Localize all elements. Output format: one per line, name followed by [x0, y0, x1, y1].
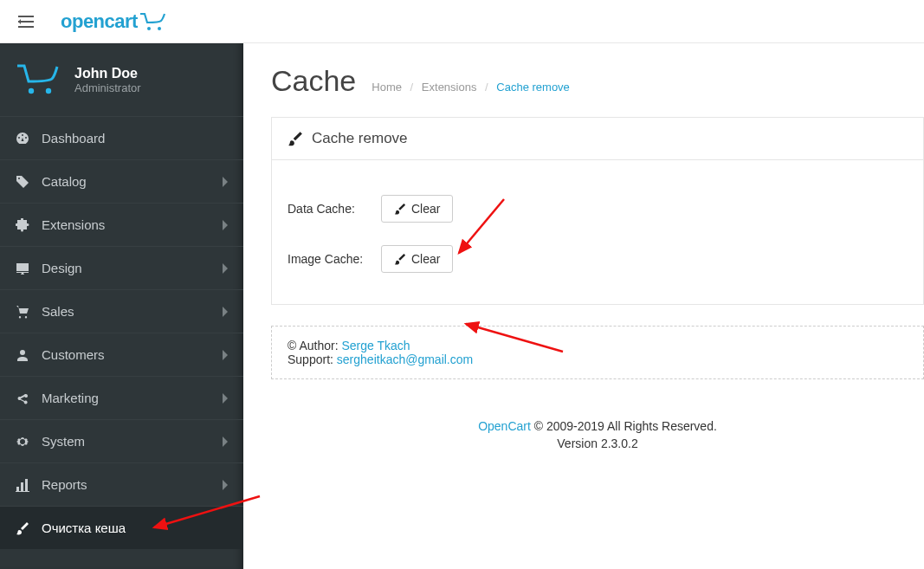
sidebar-item-design[interactable]: Design — [0, 246, 243, 289]
desktop-icon — [16, 262, 38, 275]
page-header: Cache Home / Extensions / Cache remove — [271, 43, 924, 112]
author-box: © Author: Serge Tkach Support: sergheitk… — [271, 326, 924, 379]
sidebar-item-marketing[interactable]: Marketing — [0, 376, 243, 419]
breadcrumb-sep: / — [485, 81, 488, 94]
user-box: John Doe Administrator — [0, 43, 243, 116]
brush-icon — [288, 131, 303, 146]
chevron-right-icon — [221, 220, 228, 230]
logo-text: opencart — [61, 10, 138, 33]
sidebar-item-label: Marketing — [42, 391, 221, 405]
sidebar-item-label: Reports — [42, 477, 221, 492]
footer-brand-link[interactable]: OpenCart — [478, 419, 531, 433]
button-label: Clear — [411, 202, 440, 216]
breadcrumb-current[interactable]: Cache remove — [496, 81, 570, 94]
footer-copyright: © 2009-2019 All Rights Reserved. — [531, 419, 717, 433]
clear-image-cache-button[interactable]: Clear — [381, 245, 453, 273]
top-bar: opencart — [0, 0, 924, 43]
sidebar-item-catalog[interactable]: Catalog — [0, 159, 243, 203]
dashboard-icon — [16, 132, 38, 145]
support-email-link[interactable]: sergheitkach@gmail.com — [337, 352, 473, 366]
author-prefix: © Author: — [288, 339, 341, 352]
sidebar-item-label: Customers — [42, 347, 221, 362]
page-title: Cache — [271, 64, 356, 98]
menu-collapse-icon — [18, 16, 34, 28]
sidebar-item-label: Extensions — [42, 217, 221, 232]
sidebar-item-extensions[interactable]: Extensions — [0, 203, 243, 246]
svg-point-2 — [29, 88, 34, 94]
sidebar-item-label: Catalog — [42, 174, 221, 189]
author-link[interactable]: Serge Tkach — [341, 339, 410, 352]
cart-icon — [16, 305, 38, 319]
chevron-right-icon — [221, 177, 228, 187]
panel-title: Cache remove — [312, 130, 408, 147]
footer-version: Version 2.3.0.2 — [271, 436, 924, 450]
chevron-right-icon — [221, 393, 228, 404]
user-icon — [16, 348, 38, 362]
row-data-cache: Data Cache: Clear — [288, 195, 908, 223]
panel-cache-remove: Cache remove Data Cache: Clear Image Cac… — [271, 117, 924, 305]
footer: OpenCart © 2009-2019 All Rights Reserved… — [271, 419, 924, 450]
user-name: John Doe — [74, 66, 141, 81]
sidebar: John Doe Administrator Dashboard Catalog… — [0, 43, 243, 569]
content: Cache Home / Extensions / Cache remove C… — [243, 43, 924, 569]
breadcrumb-link[interactable]: Home — [372, 81, 402, 94]
share-icon — [16, 391, 38, 405]
chevron-right-icon — [221, 480, 228, 490]
menu-toggle-button[interactable] — [9, 4, 43, 39]
brush-icon — [394, 203, 406, 215]
tag-icon — [16, 175, 38, 189]
sidebar-item-cache-clear[interactable]: Очистка кеша — [0, 506, 243, 549]
chevron-right-icon — [221, 350, 228, 360]
breadcrumb: Home / Extensions / Cache remove — [372, 81, 570, 94]
sidebar-item-system[interactable]: System — [0, 419, 243, 462]
svg-point-3 — [46, 88, 51, 94]
sidebar-item-label: Dashboard — [42, 131, 228, 145]
breadcrumb-sep: / — [410, 81, 414, 94]
chevron-right-icon — [221, 263, 228, 274]
sidebar-item-label: Sales — [42, 304, 221, 319]
sidebar-item-reports[interactable]: Reports — [0, 462, 243, 506]
breadcrumb-link[interactable]: Extensions — [422, 81, 477, 94]
sidebar-item-label: System — [42, 434, 221, 449]
button-label: Clear — [411, 252, 440, 266]
panel-header: Cache remove — [272, 118, 923, 160]
user-avatar-cart-icon — [16, 62, 64, 97]
bar-chart-icon — [16, 478, 38, 492]
puzzle-icon — [16, 218, 38, 232]
brush-icon — [16, 521, 38, 535]
svg-point-0 — [147, 27, 151, 30]
chevron-right-icon — [221, 307, 228, 317]
brush-icon — [394, 253, 406, 265]
label-data-cache: Data Cache: — [288, 202, 381, 216]
cog-icon — [16, 435, 38, 449]
label-image-cache: Image Cache: — [288, 252, 381, 266]
chevron-right-icon — [221, 436, 228, 447]
support-prefix: Support: — [288, 352, 337, 366]
logo-cart-icon — [139, 12, 169, 31]
sidebar-item-label: Design — [42, 261, 221, 275]
sidebar-item-dashboard[interactable]: Dashboard — [0, 116, 243, 159]
logo[interactable]: opencart — [61, 10, 169, 33]
sidebar-item-label: Очистка кеша — [42, 521, 228, 535]
sidebar-item-customers[interactable]: Customers — [0, 333, 243, 376]
user-role: Administrator — [74, 81, 141, 94]
svg-point-1 — [158, 27, 161, 30]
row-image-cache: Image Cache: Clear — [288, 245, 908, 273]
panel-body: Data Cache: Clear Image Cache: Clear — [272, 160, 923, 304]
clear-data-cache-button[interactable]: Clear — [381, 195, 453, 223]
sidebar-item-sales[interactable]: Sales — [0, 289, 243, 333]
